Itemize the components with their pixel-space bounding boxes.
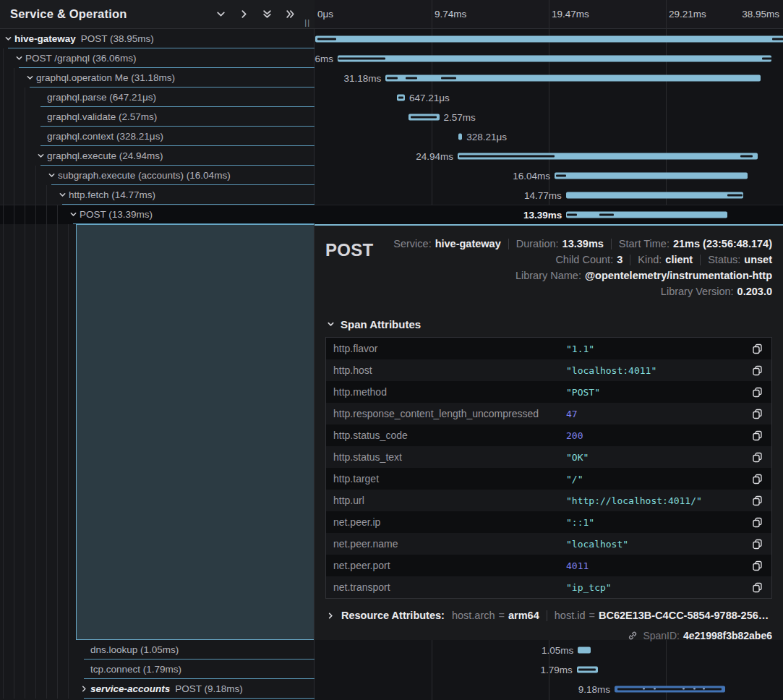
span-row[interactable]: graphql.context (328.21μs)328.21μs xyxy=(0,127,783,146)
span-row[interactable]: subgraph.execute (accounts) (16.04ms)16.… xyxy=(0,166,783,185)
span-row[interactable]: http.fetch (14.77ms)14.77ms xyxy=(0,185,783,205)
span-name-cell[interactable]: graphql.validate (2.57ms) xyxy=(0,107,315,127)
span-duration-bar[interactable] xyxy=(578,646,590,653)
copy-value-button[interactable] xyxy=(752,387,763,398)
span-duration-bar[interactable] xyxy=(555,172,748,179)
span-duration-bar[interactable] xyxy=(397,94,405,101)
attribute-key: net.peer.ip xyxy=(333,516,566,528)
span-name-cell[interactable]: graphql.execute (24.94ms) xyxy=(0,146,315,166)
span-name-cell[interactable]: subgraph.execute (accounts) (16.04ms) xyxy=(0,166,315,185)
span-duration-bar[interactable] xyxy=(577,666,599,673)
span-row[interactable]: POST /graphql (36.06ms)36.06ms xyxy=(0,48,783,68)
span-duration-label: 31.18ms xyxy=(343,72,381,83)
copy-value-button[interactable] xyxy=(752,582,763,593)
span-row[interactable]: graphql.execute (24.94ms)24.94ms xyxy=(0,146,783,166)
span-row[interactable]: POST (13.39ms)13.39ms xyxy=(0,205,783,224)
span-name-cell[interactable]: service-accountsPOST (9.18ms) xyxy=(0,679,315,699)
expand-collapse-toggle[interactable] xyxy=(69,210,80,218)
indent-guide xyxy=(3,660,4,679)
expand-collapse-toggle[interactable] xyxy=(4,35,14,43)
span-duration-bar[interactable] xyxy=(385,74,761,81)
expand-collapse-toggle[interactable] xyxy=(48,171,58,179)
span-bar-cell[interactable]: 31.18ms xyxy=(315,68,783,88)
span-name-cell[interactable]: dns.lookup (1.05ms) xyxy=(0,640,315,660)
expand-collapse-toggle[interactable] xyxy=(37,152,47,160)
span-detail-header: POST Service:hive-gatewayDuration:13.39m… xyxy=(325,236,772,299)
meta-divider xyxy=(611,239,612,249)
expand-collapse-toggle[interactable] xyxy=(26,74,36,82)
span-name-cell[interactable]: graphql.context (328.21μs) xyxy=(0,127,315,146)
expand-collapse-toggle[interactable] xyxy=(15,54,25,62)
indent-guide xyxy=(3,205,4,224)
span-bar-cell[interactable]: 1.79ms xyxy=(315,660,783,679)
span-name-cell[interactable]: graphql.operation Me (31.18ms) xyxy=(0,68,315,88)
copy-icon xyxy=(752,517,763,528)
span-name-cell[interactable]: POST (13.39ms) xyxy=(0,205,315,224)
span-bar-cell[interactable]: 2.57ms xyxy=(315,107,783,127)
expand-all-icon[interactable] xyxy=(285,9,296,20)
span-bar-cell[interactable]: 328.21μs xyxy=(315,127,783,146)
collapse-all-icon[interactable] xyxy=(262,9,273,20)
copy-value-button[interactable] xyxy=(752,343,763,354)
collapse-one-icon[interactable] xyxy=(215,9,226,20)
span-attributes-section-toggle[interactable]: Span Attributes xyxy=(327,318,772,330)
copy-value-button[interactable] xyxy=(752,474,763,485)
copy-value-button[interactable] xyxy=(752,409,763,419)
span-row[interactable]: graphql.validate (2.57ms)2.57ms xyxy=(0,107,783,127)
operation-name: dns.lookup (1.05ms) xyxy=(90,644,179,655)
span-bar-cell[interactable]: 647.21μs xyxy=(315,88,783,107)
span-duration-bar[interactable] xyxy=(338,55,771,61)
span-rows-bottom: dns.lookup (1.05ms)1.05mstcp.connect (1.… xyxy=(0,640,783,699)
span-name-cell[interactable]: hive-gatewayPOST (38.95ms) xyxy=(0,29,315,48)
expand-collapse-toggle[interactable] xyxy=(80,685,90,693)
span-bar-cell[interactable]: 36.06ms xyxy=(315,48,783,68)
span-bar-cell[interactable]: 1.05ms xyxy=(315,640,783,660)
copy-value-button[interactable] xyxy=(752,517,763,528)
copy-value-button[interactable] xyxy=(752,495,763,506)
span-name-cell[interactable]: tcp.connect (1.79ms) xyxy=(0,660,315,679)
expand-one-icon[interactable] xyxy=(239,9,249,20)
operation-name: graphql.validate (2.57ms) xyxy=(47,111,157,122)
resource-attributes-row[interactable]: Resource Attributes: host.arch=arm64host… xyxy=(327,610,772,621)
indent-guide xyxy=(3,166,4,185)
span-duration-bar[interactable] xyxy=(458,133,462,140)
expand-collapse-toggle[interactable] xyxy=(59,191,69,199)
copy-value-button[interactable] xyxy=(752,430,763,441)
attribute-key: http.host xyxy=(333,364,566,376)
span-row[interactable]: tcp.connect (1.79ms)1.79ms xyxy=(0,660,783,679)
meta-value: hive-gateway xyxy=(435,238,501,249)
span-duration-bar[interactable] xyxy=(615,686,725,692)
span-bar-cell[interactable]: 13.39ms xyxy=(315,205,783,224)
span-bar-cell[interactable]: 14.77ms xyxy=(315,185,783,205)
span-name-cell[interactable]: graphql.parse (647.21μs) xyxy=(0,88,315,107)
indent-guide xyxy=(68,660,69,679)
span-bar-cell[interactable]: 24.94ms xyxy=(315,146,783,166)
span-duration-bar[interactable] xyxy=(458,153,758,159)
span-row[interactable]: dns.lookup (1.05ms)1.05ms xyxy=(0,640,783,660)
span-duration-bar[interactable] xyxy=(315,35,783,42)
span-bar-cell[interactable]: 16.04ms xyxy=(315,166,783,185)
span-duration-bar[interactable] xyxy=(566,211,727,218)
span-name-cell[interactable]: POST /graphql (36.06ms) xyxy=(0,48,315,68)
span-row[interactable]: graphql.operation Me (31.18ms)31.18ms xyxy=(0,68,783,88)
copy-value-button[interactable] xyxy=(752,452,763,463)
span-row[interactable]: service-accountsPOST (9.18ms)9.18ms xyxy=(0,679,783,699)
copy-value-button[interactable] xyxy=(752,560,763,571)
span-name-cell[interactable]: http.fetch (14.77ms) xyxy=(0,185,315,205)
span-row[interactable]: hive-gatewayPOST (38.95ms)38.95ms xyxy=(0,29,783,48)
link-icon[interactable] xyxy=(628,631,638,641)
span-attributes-table: http.flavor"1.1"http.host"localhost:4011… xyxy=(325,337,772,599)
copy-value-button[interactable] xyxy=(752,539,763,550)
span-duration-bar[interactable] xyxy=(408,114,440,120)
span-row[interactable]: graphql.parse (647.21μs)647.21μs xyxy=(0,88,783,107)
child-span-marker xyxy=(387,77,398,79)
copy-value-button[interactable] xyxy=(752,365,763,376)
span-bar-cell[interactable]: 38.95ms xyxy=(315,29,783,48)
timeline-header: Service & Operation || 0μs9.74ms19.47ms2… xyxy=(0,0,783,29)
span-duration-bar[interactable] xyxy=(566,192,744,198)
copy-icon xyxy=(752,560,763,571)
indent-guide xyxy=(3,640,4,660)
attribute-row: net.peer.port4011 xyxy=(326,555,771,576)
column-resize-handle[interactable]: || xyxy=(304,18,310,27)
span-bar-cell[interactable]: 9.18ms xyxy=(315,679,783,699)
